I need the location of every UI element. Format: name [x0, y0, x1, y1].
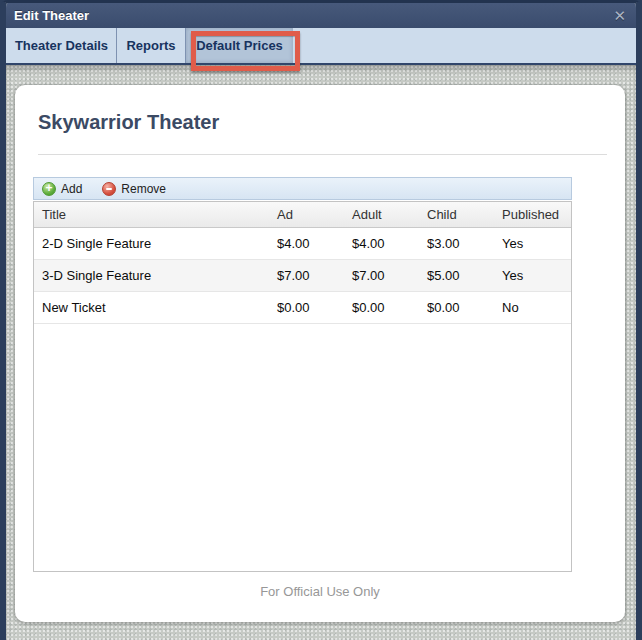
table-row[interactable]: New Ticket $0.00 $0.00 $0.00 No: [34, 292, 571, 324]
cell-child: $3.00: [419, 228, 494, 260]
table-row[interactable]: 2-D Single Feature $4.00 $4.00 $3.00 Yes: [34, 228, 571, 260]
column-header-title: Title: [34, 202, 269, 228]
modal-content-area: Skywarrior Theater Add Remove: [6, 65, 636, 640]
cell-adult: $0.00: [344, 292, 419, 324]
column-header-adult: Adult: [344, 202, 419, 228]
table-row[interactable]: 3-D Single Feature $7.00 $7.00 $5.00 Yes: [34, 260, 571, 292]
cell-ad: $4.00: [269, 228, 344, 260]
cell-ad: $0.00: [269, 292, 344, 324]
column-header-ad: Ad: [269, 202, 344, 228]
tab-default-prices[interactable]: Default Prices: [186, 28, 293, 63]
tab-reports[interactable]: Reports: [117, 28, 186, 63]
remove-button-label: Remove: [121, 182, 166, 196]
prices-table: Title Ad Adult Child Published 2-D Singl…: [34, 202, 571, 324]
table-header-row: Title Ad Adult Child Published: [34, 202, 571, 228]
cell-published: No: [494, 292, 571, 324]
column-header-published: Published: [494, 202, 571, 228]
edit-theater-modal: Edit Theater ✕ Theater Details Reports D…: [0, 0, 642, 640]
default-prices-panel: Skywarrior Theater Add Remove: [15, 85, 625, 622]
grid-toolbar: Add Remove: [33, 177, 572, 200]
titlebar: Edit Theater ✕: [6, 3, 636, 28]
column-header-child: Child: [419, 202, 494, 228]
window-title: Edit Theater: [14, 8, 89, 23]
cell-published: Yes: [494, 228, 571, 260]
remove-button[interactable]: Remove: [102, 182, 166, 196]
cell-title: 2-D Single Feature: [34, 228, 269, 260]
close-icon[interactable]: ✕: [613, 3, 626, 28]
prices-table-container: Title Ad Adult Child Published 2-D Singl…: [33, 201, 572, 572]
add-button[interactable]: Add: [42, 182, 82, 196]
cell-child: $0.00: [419, 292, 494, 324]
add-plus-icon: [42, 182, 56, 196]
heading-divider: [38, 154, 607, 155]
cell-adult: $4.00: [344, 228, 419, 260]
footer-note: For Official Use Only: [33, 584, 607, 599]
cell-ad: $7.00: [269, 260, 344, 292]
cell-title: 3-D Single Feature: [34, 260, 269, 292]
cell-child: $5.00: [419, 260, 494, 292]
tab-theater-details[interactable]: Theater Details: [7, 28, 117, 63]
cell-adult: $7.00: [344, 260, 419, 292]
remove-minus-icon: [102, 182, 116, 196]
cell-title: New Ticket: [34, 292, 269, 324]
tab-bar: Theater Details Reports Default Prices: [6, 28, 636, 65]
cell-published: Yes: [494, 260, 571, 292]
add-button-label: Add: [61, 182, 82, 196]
page-title: Skywarrior Theater: [38, 111, 607, 134]
